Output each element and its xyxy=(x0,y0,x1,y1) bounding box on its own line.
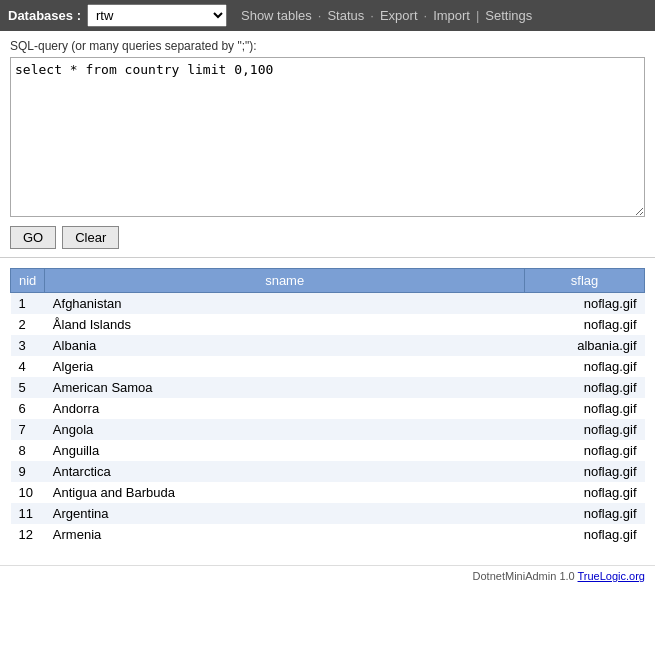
table-cell: 9 xyxy=(11,461,45,482)
table-cell: 10 xyxy=(11,482,45,503)
table-cell: Argentina xyxy=(45,503,525,524)
table-row: 6Andorranoflag.gif xyxy=(11,398,645,419)
table-cell: noflag.gif xyxy=(525,377,645,398)
table-cell: Afghanistan xyxy=(45,293,525,315)
table-cell: 5 xyxy=(11,377,45,398)
go-button[interactable]: GO xyxy=(10,226,56,249)
table-cell: Anguilla xyxy=(45,440,525,461)
sql-textarea[interactable]: select * from country limit 0,100 xyxy=(10,57,645,217)
table-cell: Algeria xyxy=(45,356,525,377)
table-cell: noflag.gif xyxy=(525,482,645,503)
table-row: 7Angolanoflag.gif xyxy=(11,419,645,440)
footer-text: DotnetMiniAdmin 1.0 xyxy=(473,570,578,582)
sql-section: SQL-query (or many queries separated by … xyxy=(0,31,655,258)
table-cell: 12 xyxy=(11,524,45,545)
table-row: 11Argentinanoflag.gif xyxy=(11,503,645,524)
table-cell: Andorra xyxy=(45,398,525,419)
table-cell: 6 xyxy=(11,398,45,419)
table-cell: noflag.gif xyxy=(525,524,645,545)
table-cell: 3 xyxy=(11,335,45,356)
clear-button[interactable]: Clear xyxy=(62,226,119,249)
settings-link[interactable]: Settings xyxy=(485,8,532,23)
table-row: 2Åland Islandsnoflag.gif xyxy=(11,314,645,335)
table-cell: albania.gif xyxy=(525,335,645,356)
table-cell: 2 xyxy=(11,314,45,335)
status-link[interactable]: Status xyxy=(327,8,364,23)
table-row: 10Antigua and Barbudanoflag.gif xyxy=(11,482,645,503)
table-cell: noflag.gif xyxy=(525,440,645,461)
table-row: 12Armenianoflag.gif xyxy=(11,524,645,545)
table-cell: noflag.gif xyxy=(525,419,645,440)
col-header-sflag: sflag xyxy=(525,269,645,293)
databases-label: Databases : xyxy=(8,8,81,23)
database-select[interactable]: rtw xyxy=(87,4,227,27)
table-cell: 1 xyxy=(11,293,45,315)
table-row: 1Afghanistannoflag.gif xyxy=(11,293,645,315)
footer: DotnetMiniAdmin 1.0 TrueLogic.org xyxy=(0,565,655,586)
table-cell: noflag.gif xyxy=(525,398,645,419)
import-link[interactable]: Import xyxy=(433,8,470,23)
sql-label: SQL-query (or many queries separated by … xyxy=(10,39,645,53)
table-cell: Armenia xyxy=(45,524,525,545)
table-row: 5American Samoanoflag.gif xyxy=(11,377,645,398)
table-row: 8Anguillanoflag.gif xyxy=(11,440,645,461)
col-header-nid: nid xyxy=(11,269,45,293)
table-cell: Albania xyxy=(45,335,525,356)
table-cell: 8 xyxy=(11,440,45,461)
table-cell: 11 xyxy=(11,503,45,524)
results-table: nidsnamesflag 1Afghanistannoflag.gif2Åla… xyxy=(10,268,645,545)
table-cell: Angola xyxy=(45,419,525,440)
top-bar: Databases : rtw Show tables · Status · E… xyxy=(0,0,655,31)
col-header-sname: sname xyxy=(45,269,525,293)
table-cell: Antigua and Barbuda xyxy=(45,482,525,503)
table-row: 3Albaniaalbania.gif xyxy=(11,335,645,356)
table-row: 9Antarcticanoflag.gif xyxy=(11,461,645,482)
table-cell: 7 xyxy=(11,419,45,440)
table-cell: noflag.gif xyxy=(525,461,645,482)
table-cell: Antarctica xyxy=(45,461,525,482)
export-link[interactable]: Export xyxy=(380,8,418,23)
table-cell: noflag.gif xyxy=(525,314,645,335)
nav-links: Show tables · Status · Export · Import |… xyxy=(241,8,532,23)
results-header-row: nidsnamesflag xyxy=(11,269,645,293)
table-cell: noflag.gif xyxy=(525,356,645,377)
table-cell: American Samoa xyxy=(45,377,525,398)
table-cell: noflag.gif xyxy=(525,293,645,315)
table-cell: noflag.gif xyxy=(525,503,645,524)
results-tbody: 1Afghanistannoflag.gif2Åland Islandsnofl… xyxy=(11,293,645,546)
results-thead: nidsnamesflag xyxy=(11,269,645,293)
sql-buttons: GO Clear xyxy=(10,226,645,249)
table-cell: Åland Islands xyxy=(45,314,525,335)
show-tables-link[interactable]: Show tables xyxy=(241,8,312,23)
results-section: nidsnamesflag 1Afghanistannoflag.gif2Åla… xyxy=(0,258,655,545)
table-cell: 4 xyxy=(11,356,45,377)
footer-link[interactable]: TrueLogic.org xyxy=(578,570,645,582)
table-row: 4Algerianoflag.gif xyxy=(11,356,645,377)
